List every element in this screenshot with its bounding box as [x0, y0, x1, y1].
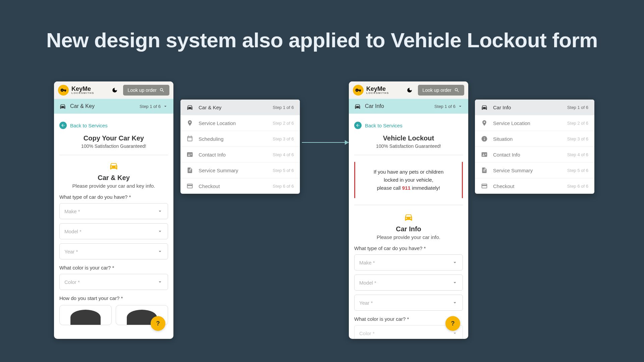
steplist-item[interactable]: Contact InfoStep 4 of 6 [475, 147, 594, 163]
chevron-down-icon [452, 280, 458, 286]
year-dropdown[interactable]: Year * [354, 295, 463, 311]
theme-toggle[interactable] [110, 85, 120, 95]
year-dropdown[interactable]: Year * [59, 243, 168, 259]
steplist-item[interactable]: CheckoutStep 6 of 6 [180, 178, 300, 194]
placeholder: Make * [359, 260, 375, 265]
make-dropdown[interactable]: Make * [59, 203, 168, 219]
chevron-down-icon [452, 330, 458, 336]
field-label-color: What color is your car? * [59, 265, 168, 270]
doc-icon [481, 167, 488, 174]
id-icon [481, 151, 488, 158]
chevron-down-icon [163, 104, 168, 109]
model-dropdown[interactable]: Model * [354, 275, 463, 291]
back-to-services-link[interactable]: Back to Services [354, 120, 463, 134]
section-title: Car Info [354, 225, 463, 233]
logo-sub: LOCKSMITHS [71, 92, 94, 95]
step-count: Step 2 of 6 [273, 121, 294, 126]
help-button[interactable]: ? [445, 316, 460, 331]
step-count: Step 2 of 6 [567, 121, 588, 126]
theme-toggle[interactable] [405, 85, 415, 95]
back-label: Back to Services [70, 123, 108, 128]
car-icon [354, 103, 361, 110]
doc-icon [186, 167, 193, 174]
steplist-left: Car & KeyStep 1 of 6Service LocationStep… [180, 100, 300, 194]
steplist-item[interactable]: SituationStep 3 of 6 [475, 131, 594, 147]
step-count: Step 1 of 6 [273, 105, 294, 110]
make-dropdown[interactable]: Make * [354, 254, 463, 270]
chevron-down-icon [157, 248, 163, 254]
back-label: Back to Services [365, 123, 402, 128]
placeholder: Model * [64, 229, 82, 234]
id-icon [186, 151, 193, 158]
chevron-down-icon [157, 279, 163, 285]
divider [354, 205, 463, 205]
search-icon [159, 87, 165, 93]
placeholder: Year * [64, 249, 78, 254]
step-count: Step 5 of 6 [273, 168, 294, 173]
step-label: Car Info [365, 103, 384, 109]
field-label-start: How do you start your car? * [59, 295, 168, 301]
page-title-block: Copy Your Car Key 100% Satisfaction Guar… [59, 134, 168, 155]
step-label: Car Info [493, 105, 511, 110]
step-label: Situation [493, 136, 513, 142]
pin-icon [186, 120, 193, 126]
step-label: Service Location [493, 120, 530, 126]
option-image [70, 310, 101, 325]
steplist-item[interactable]: Car InfoStep 1 of 6 [475, 100, 594, 115]
chevron-down-icon [452, 259, 458, 265]
step-count: Step 6 of 6 [567, 184, 588, 189]
lookup-order-button[interactable]: Look up order [418, 85, 464, 96]
field-label-car-type: What type of car do you have? * [354, 245, 463, 251]
moon-icon [407, 87, 413, 93]
logo-name: KeyMe [71, 86, 94, 92]
steplist-item[interactable]: Service LocationStep 2 of 6 [180, 115, 300, 131]
lookup-order-button[interactable]: Look up order [123, 85, 169, 96]
placeholder: Color * [64, 279, 80, 285]
steplist-item[interactable]: Service SummaryStep 5 of 6 [475, 163, 594, 178]
chevron-down-icon [157, 208, 163, 214]
step-label: Service Summary [199, 168, 238, 173]
back-to-services-link[interactable]: Back to Services [59, 120, 168, 134]
color-dropdown[interactable]: Color * [59, 274, 168, 290]
key-icon [58, 85, 69, 96]
step-label: Car & Key [70, 103, 95, 109]
card-icon [481, 183, 488, 189]
help-button[interactable]: ? [151, 316, 165, 331]
step-count: Step 3 of 6 [567, 136, 588, 141]
model-dropdown[interactable]: Model * [59, 223, 168, 239]
step-label: Car & Key [199, 105, 221, 110]
chevron-down-icon [458, 104, 463, 109]
steplist-item[interactable]: Car & KeyStep 1 of 6 [180, 100, 300, 115]
key-icon [353, 85, 364, 96]
steplist-item[interactable]: Service LocationStep 2 of 6 [475, 115, 594, 131]
steplist-item[interactable]: Contact InfoStep 4 of 6 [180, 147, 300, 163]
start-option-1[interactable] [59, 305, 112, 325]
steplist-item[interactable]: SchedulingStep 3 of 6 [180, 131, 300, 147]
step-bar[interactable]: Car Info Step 1 of 6 [349, 99, 468, 114]
steplist-right: Car InfoStep 1 of 6Service LocationStep … [475, 100, 594, 194]
header: KeyMeLOCKSMITHS Look up order [349, 81, 468, 99]
step-bar[interactable]: Car & Key Step 1 of 6 [54, 99, 173, 114]
section-header: Car & Key Please provide your car and ke… [59, 155, 168, 189]
placeholder: Color * [359, 330, 375, 336]
page-title: Vehicle Lockout [354, 134, 463, 142]
steplist-item[interactable]: Service SummaryStep 5 of 6 [180, 163, 300, 178]
search-icon [454, 87, 460, 93]
steplist-item[interactable]: CheckoutStep 6 of 6 [475, 178, 594, 194]
phone-right: KeyMeLOCKSMITHS Look up order Car Info S… [349, 81, 468, 339]
chevron-down-icon [157, 228, 163, 234]
logo-sub: LOCKSMITHS [366, 92, 389, 95]
car-icon [481, 104, 488, 111]
page-subtitle: 100% Satisfaction Guaranteed! [59, 143, 168, 149]
step-label: Scheduling [199, 136, 223, 142]
pin-icon [481, 120, 488, 126]
placeholder: Make * [64, 208, 80, 214]
step-count: Step 1 of 6 [140, 104, 168, 109]
section-desc: Please provide your car and key info. [59, 183, 168, 189]
placeholder: Year * [359, 300, 373, 306]
step-count: Step 1 of 6 [567, 105, 588, 110]
step-label: Service Location [199, 120, 236, 126]
logo: KeyMeLOCKSMITHS [58, 85, 94, 96]
header: KeyMeLOCKSMITHS Look up order [54, 81, 173, 99]
phone-left: KeyMeLOCKSMITHS Look up order Car & Key … [54, 81, 173, 339]
